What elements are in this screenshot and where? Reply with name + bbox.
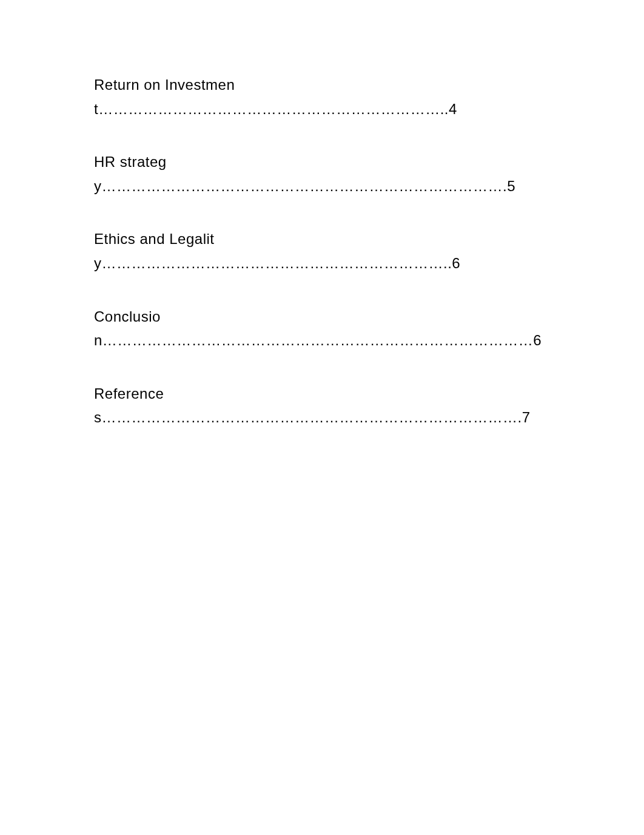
toc-entry: Return on Investment……………………………………………………… xyxy=(94,73,565,121)
toc-entry-text: HR strategy……………………………………………………………………….5 xyxy=(94,154,515,194)
toc-entry: Conclusion……………………………………………………………………………6 xyxy=(94,305,565,353)
toc-entry-text: Return on Investment……………………………………………………… xyxy=(94,76,457,117)
toc-entry: References………………………………………………………………………….7 xyxy=(94,382,565,430)
toc-entry: HR strategy……………………………………………………………………….5 xyxy=(94,150,565,198)
toc-entry-text: Ethics and Legality………………………………………………………… xyxy=(94,231,460,271)
toc-entry-text: References………………………………………………………………………….7 xyxy=(94,385,531,426)
toc-entry-text: Conclusion……………………………………………………………………………6 xyxy=(94,308,542,349)
toc-entry: Ethics and Legality………………………………………………………… xyxy=(94,227,565,275)
